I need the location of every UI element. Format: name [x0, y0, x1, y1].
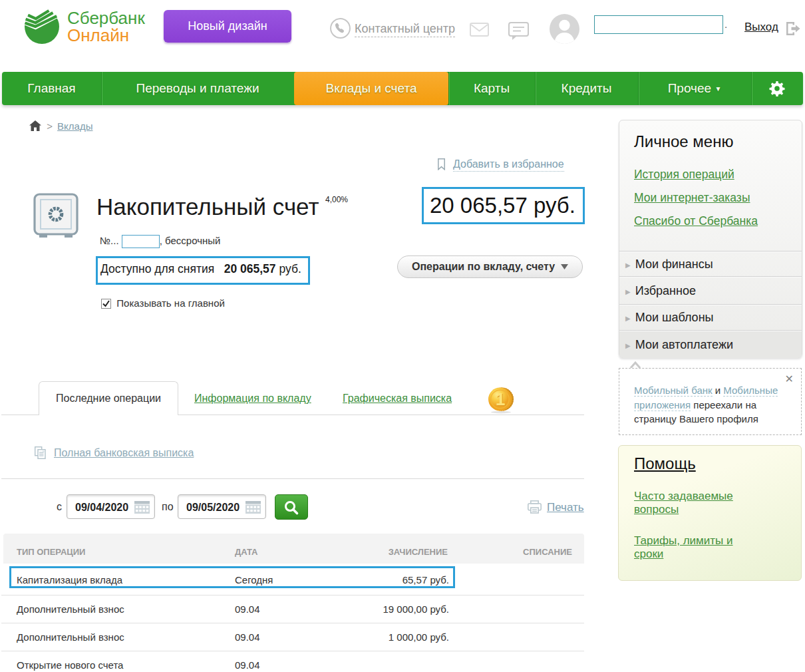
svg-text:1: 1: [496, 389, 505, 409]
